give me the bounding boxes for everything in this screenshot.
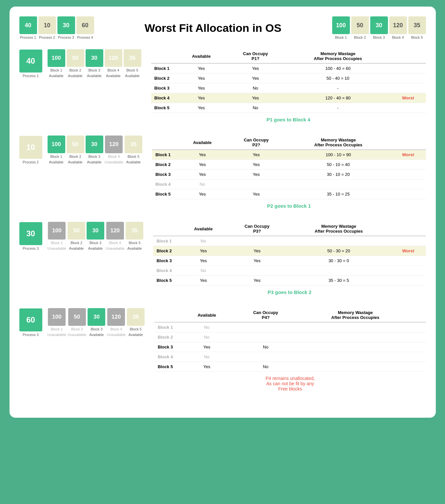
table-cell: Block 1	[151, 63, 177, 74]
block-item: 100Block 1Unavailable	[48, 308, 66, 337]
table-header-cell: Memory Wastage After Process Occupies	[298, 308, 412, 322]
process-and-blocks: 40Process 1100Block 1Available50Block 2A…	[19, 49, 141, 78]
result-text: P3 goes to Block 2	[153, 289, 426, 295]
table-cell	[233, 332, 298, 342]
table-header-cell	[391, 136, 426, 150]
table-cell: Yes	[178, 189, 226, 199]
block-avail-label: Available	[89, 332, 104, 337]
header-process-label: Process 4	[77, 35, 93, 39]
process-and-blocks: 60Process 3100Block 1Unavailable50Block …	[19, 308, 145, 337]
block-name-label: Block 5	[128, 154, 139, 159]
process-box: 30Process 3	[19, 222, 42, 251]
header-process-label: Process 3	[58, 35, 74, 39]
block-item: 50Block 2Available	[68, 222, 85, 251]
block-item: 35Block 5Available	[127, 308, 145, 337]
table-cell	[412, 342, 426, 352]
table-row: Block 4No	[153, 266, 426, 276]
block-cell: 120	[107, 308, 125, 326]
header-process-label: Process 1	[20, 35, 36, 39]
block-avail-label: Unavailable	[48, 332, 66, 337]
blocks-group: 100Block 1Available50Block 2Available30B…	[48, 49, 141, 78]
table-cell: Block 1	[154, 322, 181, 332]
table-row: Block 2YesYes50 - 40 = 10	[151, 74, 426, 83]
header-process-cell: 30	[57, 16, 75, 34]
block-item: 100Block 1Unavailable	[48, 222, 66, 251]
block-avail-label: Available	[126, 160, 141, 164]
process-and-blocks: 30Process 3100Block 1Unavailable50Block …	[19, 222, 144, 251]
block-item: 30Block 3Available	[87, 222, 104, 251]
header-block-label: Block 1	[335, 35, 347, 39]
table-header-cell	[154, 308, 181, 322]
block-name-label: Block 5	[130, 327, 142, 331]
block-cell: 35	[127, 308, 145, 326]
section-right: AvailableCan Occupy P2?Memory Wastage Af…	[152, 136, 426, 209]
process-cell: 30	[19, 222, 42, 245]
process-cell: 10	[19, 136, 42, 159]
table-header-cell	[152, 136, 178, 150]
block-avail-label: Unavailable	[107, 332, 125, 337]
block-item: 30Block 3Available	[88, 308, 105, 337]
block-avail-label: Available	[106, 74, 120, 78]
table-cell: Block 4	[153, 266, 179, 276]
block-item: 35Block 5Available	[124, 49, 141, 78]
section-left: 30Process 3100Block 1Unavailable50Block …	[19, 222, 144, 251]
table-cell	[391, 256, 426, 266]
table-cell: 120 - 40 = 80	[286, 93, 390, 103]
section-3: 30Process 3100Block 1Unavailable50Block …	[19, 222, 426, 295]
block-item: 30Block 3Available	[86, 49, 103, 78]
table-cell: No	[225, 83, 286, 93]
table-header-cell: Available	[177, 49, 226, 63]
block-cell: 30	[86, 136, 103, 153]
table-row: Block 5YesNo	[154, 362, 426, 372]
result-text: P4 remains unallocated, As can not be fi…	[154, 376, 426, 391]
section-right: AvailableCan Occupy P4?Memory Wastage Af…	[154, 308, 426, 391]
table-cell	[227, 236, 287, 246]
table-cell: Block 3	[153, 256, 179, 266]
process-box: 40Process 1	[19, 50, 42, 78]
block-name-label: Block 1	[50, 68, 62, 73]
table-cell: No	[233, 362, 298, 372]
table-cell	[390, 63, 426, 74]
process-box: 60Process 3	[19, 308, 42, 337]
table-header-cell	[151, 49, 177, 63]
table-cell: No	[178, 179, 226, 189]
table-header-cell	[153, 222, 179, 236]
table-cell	[298, 322, 412, 332]
table-row: Block 3YesNo	[154, 342, 426, 352]
table-cell: No	[181, 332, 233, 342]
table-cell: Block 4	[154, 352, 181, 362]
process-label: Process 1	[23, 74, 39, 78]
block-name-label: Block 3	[91, 327, 102, 331]
page-title: Worst Fit Allocation in OS	[94, 22, 332, 34]
blocks-group: 100Block 1Unavailable50Block 2Available3…	[48, 222, 144, 251]
table-row: Block 3YesNo-	[151, 83, 426, 93]
table-cell: Block 4	[152, 179, 178, 189]
section-left: 10Process 2100Block 1Available50Block 2A…	[19, 136, 142, 165]
table-cell	[391, 189, 426, 199]
block-name-label: Block 1	[50, 154, 62, 159]
header: 40Process 110Process 230Process 360Proce…	[19, 16, 426, 39]
block-item: 100Block 1Available	[48, 49, 65, 78]
table-cell: 35 - 30 = 5	[287, 276, 391, 285]
block-cell: 100	[48, 136, 65, 153]
header-process-box: 10Process 2	[38, 16, 56, 39]
table-row: Block 1No	[153, 236, 426, 246]
allocation-table: AvailableCan Occupy P1?Memory Wastage Af…	[151, 49, 426, 113]
table-cell: -	[286, 103, 390, 113]
process-and-blocks: 10Process 2100Block 1Available50Block 2A…	[19, 136, 142, 165]
section-right: AvailableCan Occupy P3?Memory Wastage Af…	[153, 222, 426, 295]
block-cell: 120	[105, 49, 122, 67]
table-cell	[391, 266, 426, 276]
table-row: Block 5YesYes35 - 10 = 25	[152, 189, 426, 199]
block-avail-label: Available	[88, 246, 103, 251]
block-name-label: Block 3	[90, 241, 101, 245]
header-block-cell: 30	[370, 16, 388, 34]
block-name-label: Block 1	[51, 241, 63, 245]
allocation-table: AvailableCan Occupy P2?Memory Wastage Af…	[152, 136, 426, 199]
table-row: Block 2No	[154, 332, 426, 342]
block-cell: 50	[68, 222, 85, 240]
table-row: Block 1YesYes100 - 10 = 90Worst	[152, 150, 426, 160]
table-cell	[391, 160, 426, 170]
table-cell	[233, 352, 298, 362]
process-cell: 60	[19, 308, 42, 331]
